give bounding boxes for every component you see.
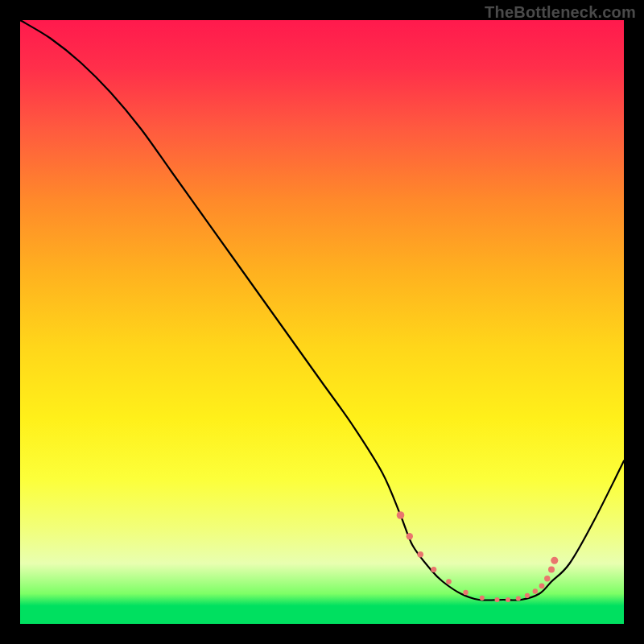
highlight-dot: [397, 511, 405, 519]
chart-frame: TheBottleneck.com: [0, 0, 644, 644]
highlight-dot: [525, 593, 530, 598]
highlight-dot: [516, 597, 521, 601]
highlight-dot: [495, 597, 500, 602]
highlight-dot: [463, 590, 468, 595]
highlight-dot: [548, 567, 555, 573]
chart-svg: [20, 20, 624, 624]
highlight-dot: [407, 533, 413, 539]
highlight-dot: [539, 583, 545, 588]
highlight-dot: [480, 596, 485, 601]
chart-plot-area: [20, 20, 624, 624]
watermark-text: TheBottleneck.com: [485, 3, 636, 22]
highlight-dot: [417, 551, 423, 558]
highlight-dot: [544, 576, 550, 581]
highlight-dot: [533, 588, 538, 593]
highlight-dot: [551, 557, 558, 564]
highlight-dot: [506, 597, 510, 602]
highlight-dot: [431, 567, 436, 572]
highlight-dot: [446, 579, 452, 584]
bottleneck-curve: [20, 20, 624, 601]
highlight-dots-group: [397, 511, 559, 602]
